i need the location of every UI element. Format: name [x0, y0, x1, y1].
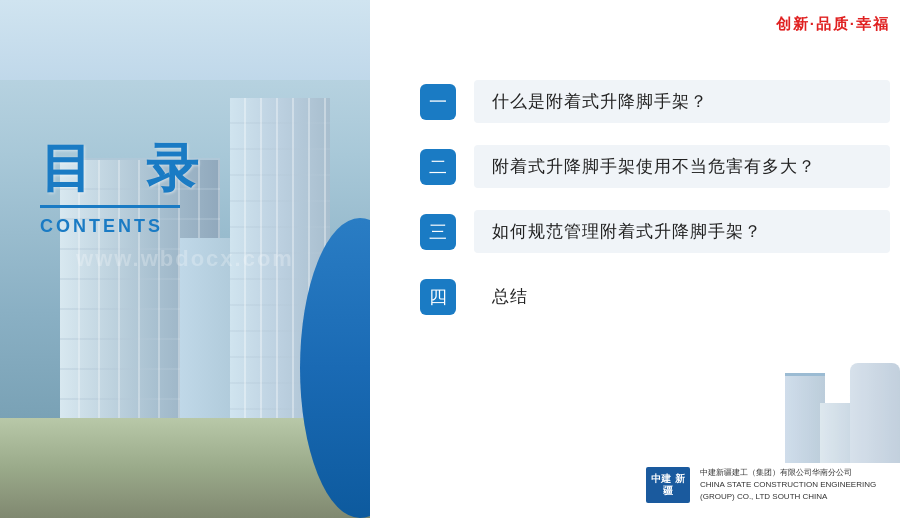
company-logo: 中建 新疆 [646, 467, 690, 503]
illus-building-tall [785, 373, 825, 463]
menu-item-4: 四 总结 [420, 275, 890, 318]
menu-text-2: 附着式升降脚手架使用不当危害有多大？ [474, 145, 890, 188]
right-panel: 创新·品质·幸福 一 什么是附着式升降脚手架？ 二 附着式升降脚手架使用不当危害… [370, 0, 920, 518]
menu-text-4: 总结 [474, 275, 890, 318]
company-name: 中建新疆建工（集团）有限公司华南分公司 CHINA STATE CONSTRUC… [700, 467, 900, 503]
menu-badge-1: 一 [420, 84, 456, 120]
menu-item-2: 二 附着式升降脚手架使用不当危害有多大？ [420, 145, 890, 188]
company-name-en: CHINA STATE CONSTRUCTION ENGINEERING (GR… [700, 479, 900, 503]
menu-number-1: 一 [429, 90, 447, 114]
sky [0, 0, 370, 80]
menu-text-3: 如何规范管理附着式升降脚手架？ [474, 210, 890, 253]
company-name-cn: 中建新疆建工（集团）有限公司华南分公司 [700, 467, 900, 479]
company-slogan: 创新·品质·幸福 [776, 15, 890, 34]
toc-title-english: CONTENTS [40, 216, 218, 237]
building-illustration [775, 343, 905, 463]
menu-badge-4: 四 [420, 279, 456, 315]
menu-number-3: 三 [429, 220, 447, 244]
left-panel: www.wbdocx.com 目 录 CONTENTS [0, 0, 370, 518]
menu-number-2: 二 [429, 155, 447, 179]
toc-label: 目 录 CONTENTS [40, 140, 218, 237]
menu-badge-2: 二 [420, 149, 456, 185]
menu-item-3: 三 如何规范管理附着式升降脚手架？ [420, 210, 890, 253]
illus-building-round [850, 363, 900, 463]
menu-text-1: 什么是附着式升降脚手架？ [474, 80, 890, 123]
menu-badge-3: 三 [420, 214, 456, 250]
menu-list: 一 什么是附着式升降脚手架？ 二 附着式升降脚手架使用不当危害有多大？ 三 如何… [420, 80, 890, 318]
toc-divider [40, 205, 180, 208]
bottom-logo-area: 中建 新疆 中建新疆建工（集团）有限公司华南分公司 CHINA STATE CO… [646, 467, 900, 503]
toc-title-chinese: 目 录 [40, 140, 218, 197]
menu-item-1: 一 什么是附着式升降脚手架？ [420, 80, 890, 123]
menu-number-4: 四 [429, 285, 447, 309]
